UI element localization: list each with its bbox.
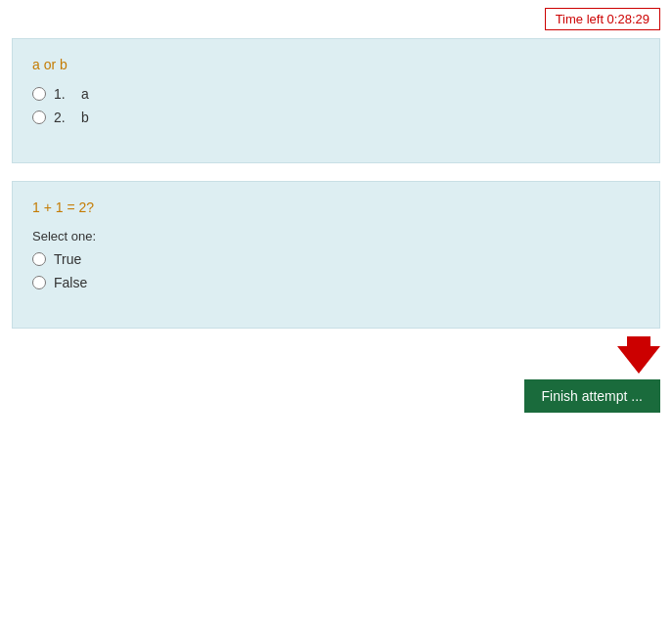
bottom-area: Finish attempt ... [0, 346, 672, 422]
q2-option-false-radio[interactable] [32, 276, 46, 289]
timer-bar: Time left 0:28:29 [0, 0, 672, 38]
question-block-1: a or b 1. a 2. b [12, 38, 660, 163]
timer-display: Time left 0:28:29 [545, 8, 660, 30]
q1-option-2-radio[interactable] [32, 111, 46, 124]
option-number: 1. [54, 86, 73, 102]
question-1-options: 1. a 2. b [32, 86, 640, 125]
option-text: a [81, 86, 89, 102]
list-item: True [32, 251, 640, 267]
list-item: 1. a [32, 86, 640, 102]
question-block-2: 1 + 1 = 2? Select one: True False [12, 181, 660, 329]
down-arrow-icon [617, 346, 660, 374]
finish-attempt-button[interactable]: Finish attempt ... [524, 379, 660, 413]
question-2-title: 1 + 1 = 2? [32, 199, 640, 215]
questions-area: a or b 1. a 2. b 1 + 1 = 2? Select one: … [0, 38, 672, 329]
option-text: b [81, 110, 89, 125]
q2-option-true-radio[interactable] [32, 252, 46, 266]
option-text: False [54, 275, 87, 290]
select-one-label: Select one: [32, 229, 640, 243]
option-number: 2. [54, 110, 73, 125]
list-item: 2. b [32, 110, 640, 125]
finish-row: Finish attempt ... [524, 346, 660, 413]
question-1-title: a or b [32, 57, 640, 72]
question-2-options: True False [32, 251, 640, 290]
q1-option-1-radio[interactable] [32, 87, 46, 101]
option-text: True [54, 251, 81, 267]
list-item: False [32, 275, 640, 290]
